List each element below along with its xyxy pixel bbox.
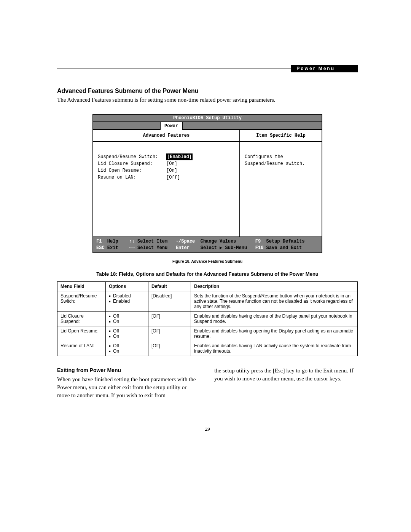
option-item: Disabled xyxy=(109,293,145,299)
key-updown: ↑↓ xyxy=(129,238,134,245)
header-tag: Power Menu xyxy=(291,65,358,72)
bios-window: PhoenixBIOS Setup Utility Power Advanced… xyxy=(92,114,322,253)
exit-text-right: the setup utility press the [Esc] key to… xyxy=(214,367,354,382)
cell-menu: Lid Closure Suspend: xyxy=(57,311,106,326)
table-row: Resume of LAN: Off On [Off] Enables and … xyxy=(57,341,358,356)
cell-default: [Off] xyxy=(148,311,191,326)
option-item: On xyxy=(109,348,145,354)
bios-label: Resume on LAN: xyxy=(98,174,166,181)
section-intro: The Advanced Features submenu is for set… xyxy=(57,97,358,103)
bios-help-pane: Item Specific Help Configures the Suspen… xyxy=(240,130,322,236)
option-item: Enabled xyxy=(109,299,145,304)
cell-options: Off On xyxy=(106,311,148,326)
key-label: Change Values xyxy=(201,238,236,245)
bios-row-lid-open[interactable]: Lid Open Resume: [On] xyxy=(98,167,235,174)
cell-desc: Enables and disables having LAN activity… xyxy=(191,341,358,356)
option-item: On xyxy=(109,319,145,324)
cell-default: [Disabled] xyxy=(148,291,191,311)
option-item: Off xyxy=(109,313,145,319)
bios-label: Lid Closure Suspend: xyxy=(98,160,166,167)
key-label: Select ▶ Sub-Menu xyxy=(201,245,247,251)
header-rule xyxy=(57,69,291,69)
bios-label: Suspend/Resume Switch: xyxy=(98,153,166,160)
bios-label: Lid Open Resume: xyxy=(98,167,166,174)
table-row: Lid Open Resume: Off On [Off] Enables an… xyxy=(57,326,358,341)
bios-row-resume-lan[interactable]: Resume on LAN: [Off] xyxy=(98,174,235,181)
cell-desc: Enables and disables having opening the … xyxy=(191,326,358,341)
key-label: Select Item xyxy=(137,238,167,245)
bios-left-pane: Advanced Features Suspend/Resume Switch:… xyxy=(93,130,240,236)
th-description: Description xyxy=(191,281,358,291)
cell-default: [Off] xyxy=(148,326,191,341)
bios-tab-power[interactable]: Power xyxy=(160,122,183,130)
bios-value[interactable]: [Off] xyxy=(166,174,180,181)
section-title: Advanced Features Submenu of the Power M… xyxy=(57,88,358,94)
key-f9: F9 xyxy=(255,238,261,245)
exit-col-right: the setup utility press the [Esc] key to… xyxy=(214,367,358,400)
key-leftright: ←→ xyxy=(129,245,134,251)
exit-heading: Exiting from Power Menu xyxy=(57,367,201,374)
table-title: Table 18: Fields, Options and Defaults f… xyxy=(57,271,358,277)
key-space: -/Space xyxy=(176,238,195,245)
key-f10: F10 xyxy=(255,245,264,251)
table-row: Suspend/Resume Switch: Disabled Enabled … xyxy=(57,291,358,311)
bios-right-heading: Item Specific Help xyxy=(240,130,322,142)
cell-options: Disabled Enabled xyxy=(106,291,148,311)
bios-value[interactable]: [On] xyxy=(166,160,177,167)
key-esc: ESC xyxy=(96,245,105,251)
figure-caption: Figure 18. Advance Features Submenu xyxy=(57,259,358,264)
th-options: Options xyxy=(106,281,148,291)
option-item: Off xyxy=(109,328,145,334)
key-f1: F1 xyxy=(96,238,102,245)
cell-desc: Sets the function of the Suspend/Resume … xyxy=(191,291,358,311)
key-label: Select Menu xyxy=(137,245,167,251)
bios-row-lid-closure[interactable]: Lid Closure Suspend: [On] xyxy=(98,160,235,167)
bios-value[interactable]: [On] xyxy=(166,167,177,174)
th-default: Default xyxy=(148,281,191,291)
bios-footer: F1 Help ↑↓ Select Item -/Space Change Va… xyxy=(93,236,322,252)
th-menu-field: Menu Field xyxy=(57,281,106,291)
page-number: 29 xyxy=(57,426,358,432)
cell-menu: Resume of LAN: xyxy=(57,341,106,356)
table-row: Lid Closure Suspend: Off On [Off] Enable… xyxy=(57,311,358,326)
option-item: Off xyxy=(109,343,145,348)
bios-left-heading: Advanced Features xyxy=(93,130,239,142)
cell-options: Off On xyxy=(106,341,148,356)
options-table: Menu Field Options Default Description S… xyxy=(57,281,358,356)
cell-default: [Off] xyxy=(148,341,191,356)
cell-menu: Suspend/Resume Switch: xyxy=(57,291,106,311)
exit-col-left: Exiting from Power Menu When you have fi… xyxy=(57,367,201,400)
cell-options: Off On xyxy=(106,326,148,341)
bios-row-suspend-resume[interactable]: Suspend/Resume Switch: [Enabled] xyxy=(98,153,235,160)
option-item: On xyxy=(109,334,145,339)
key-label: Setup Defaults xyxy=(266,238,305,245)
key-label: Exit xyxy=(107,245,118,251)
bios-title: PhoenixBIOS Setup Utility xyxy=(93,115,322,122)
bios-help-text: Configures the Suspend/Resume switch. xyxy=(245,153,317,167)
key-label: Save and Exit xyxy=(266,245,302,251)
exit-text-left: When you have finished setting the boot … xyxy=(57,376,196,398)
bios-value-selected[interactable]: [Enabled] xyxy=(166,153,193,160)
key-enter: Enter xyxy=(176,245,190,251)
key-label: Help xyxy=(107,238,118,245)
bios-tabbar: Power xyxy=(93,122,322,130)
cell-menu: Lid Open Resume: xyxy=(57,326,106,341)
cell-desc: Enables and disables having closure of t… xyxy=(191,311,358,326)
